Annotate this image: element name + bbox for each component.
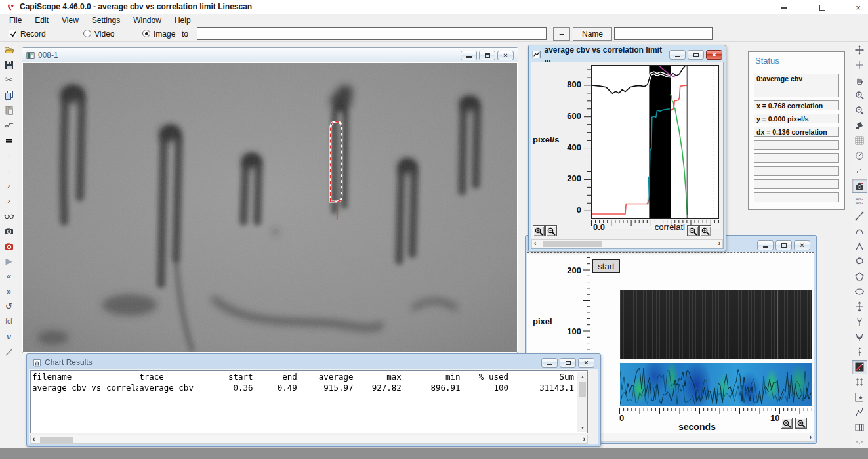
capillary-fork-icon[interactable] <box>852 315 867 329</box>
cut-icon[interactable]: ✂ <box>1 73 17 87</box>
zoom-in-icon[interactable] <box>852 88 867 102</box>
zoom-out-icon[interactable] <box>852 103 867 118</box>
move-icon[interactable] <box>852 43 867 57</box>
linescan-zoom-out-button[interactable] <box>781 418 793 429</box>
results-minimize-button[interactable] <box>541 358 558 368</box>
points-icon[interactable] <box>852 164 867 178</box>
image-radio[interactable] <box>142 30 150 37</box>
app-restore-button[interactable] <box>812 3 832 12</box>
thick-lines-icon[interactable] <box>1 133 17 148</box>
chart-maximize-button[interactable] <box>688 50 704 60</box>
pan-hand-icon[interactable] <box>852 73 867 87</box>
scroll-right-arrow[interactable]: › <box>583 435 585 443</box>
ellipse-tool-icon[interactable] <box>852 284 867 299</box>
save-icon[interactable] <box>1 58 17 72</box>
linescan-zoom-in-button[interactable] <box>795 418 807 429</box>
arc-tool-icon[interactable] <box>852 224 867 238</box>
image-minimize-button[interactable] <box>461 51 477 60</box>
results-h-scrollbar[interactable]: ‹ › <box>30 435 588 444</box>
ink-dropper-icon[interactable] <box>852 118 867 133</box>
dot-marker2-icon[interactable]: · <box>1 164 17 178</box>
fast-forward-icon[interactable]: » <box>1 284 17 299</box>
results-v-scrollbar[interactable]: ▲ ▼ <box>577 372 587 432</box>
paste-icon[interactable] <box>1 103 17 118</box>
timer-icon[interactable] <box>852 148 867 163</box>
play-icon[interactable]: ▶ <box>1 254 17 269</box>
menu-item-view[interactable]: View <box>55 16 85 25</box>
linescan-maximize-button[interactable] <box>775 240 792 250</box>
capillary-bush-icon[interactable] <box>852 330 867 344</box>
open-file-icon[interactable] <box>1 43 17 57</box>
velocity-draw-icon[interactable] <box>852 360 867 374</box>
line-draw-icon[interactable] <box>1 345 17 359</box>
capillary-image[interactable] <box>23 63 517 352</box>
menu-item-edit[interactable]: Edit <box>28 16 55 25</box>
video-radio[interactable] <box>83 30 91 37</box>
image-window-titlebar[interactable]: 008-1 × <box>22 48 518 62</box>
linescan-image[interactable] <box>620 290 812 359</box>
chart-marker-icon[interactable] <box>852 390 867 404</box>
menu-item-settings[interactable]: Settings <box>85 16 127 25</box>
chart-minimize-button[interactable] <box>669 50 686 60</box>
loop-icon[interactable]: ↺ <box>1 299 17 314</box>
collapse-button[interactable]: – <box>553 27 570 41</box>
chart-y-zoom-out-button[interactable] <box>545 225 557 236</box>
crosshair-icon[interactable] <box>852 58 867 72</box>
menu-item-window[interactable]: Window <box>127 16 168 25</box>
scroll-thumb[interactable] <box>579 382 586 397</box>
grid-icon[interactable] <box>852 133 867 148</box>
results-close-button[interactable]: × <box>578 358 594 368</box>
chart-x-zoom-in-button[interactable] <box>699 225 711 236</box>
chart-selection-band[interactable] <box>649 66 671 218</box>
scroll-up-arrow[interactable]: ▲ <box>577 372 588 381</box>
results-row[interactable]: average cbv vs correlaaverage cbv0.360.4… <box>31 382 575 393</box>
results-maximize-button[interactable] <box>560 358 576 368</box>
chart-window-titlebar[interactable]: average cbv vs correlation limit ... × <box>531 47 724 62</box>
calipers-icon[interactable] <box>852 375 867 389</box>
scroll-right-arrow[interactable]: › <box>810 433 812 441</box>
record-checkbox[interactable] <box>9 30 16 37</box>
binoculars-icon[interactable] <box>1 209 17 223</box>
chart-x-zoom-out-button[interactable] <box>687 225 699 236</box>
polygon-tool-icon[interactable] <box>852 269 867 284</box>
results-window-titlebar[interactable]: Chart Results × <box>29 356 598 369</box>
record-camera-icon[interactable] <box>1 239 17 253</box>
capture-file-input[interactable] <box>197 27 547 40</box>
results-list[interactable]: filenametracestartendaveragemaxmin% used… <box>30 370 588 433</box>
step-forward2-icon[interactable]: › <box>1 194 17 208</box>
fcf-tool-icon[interactable]: fcf <box>1 315 17 329</box>
scroll-down-arrow[interactable]: ▼ <box>577 423 588 432</box>
nu-tool-icon[interactable]: ν <box>1 330 17 344</box>
auto-capture-icon[interactable] <box>852 179 867 193</box>
lasso-tool-icon[interactable] <box>852 254 867 269</box>
scroll-left-arrow[interactable]: ‹ <box>33 435 35 443</box>
image-close-button[interactable]: × <box>497 51 514 60</box>
app-minimize-button[interactable] <box>774 3 794 12</box>
camera-icon[interactable] <box>1 224 17 238</box>
chart-plot-area[interactable] <box>591 65 719 219</box>
app-close-button[interactable]: × <box>848 3 868 12</box>
linescan-close-button[interactable]: × <box>794 240 810 250</box>
measure-line-icon[interactable] <box>852 209 867 223</box>
chart-y-zoom-in-button[interactable] <box>533 225 545 236</box>
capillary-loop-icon[interactable] <box>852 345 867 359</box>
linescan-minimize-button[interactable] <box>757 240 774 250</box>
resample-icon[interactable] <box>1 118 17 133</box>
menu-item-help[interactable]: Help <box>168 16 197 25</box>
scroll-thumb[interactable] <box>543 241 602 247</box>
scroll-thumb[interactable] <box>40 437 73 443</box>
chart-h-scrollbar[interactable]: ‹ › <box>531 239 723 248</box>
menu-item-file[interactable]: File <box>3 16 28 25</box>
scroll-right-arrow[interactable]: › <box>718 240 720 248</box>
rewind-icon[interactable]: « <box>1 269 17 284</box>
name-input[interactable] <box>614 27 713 40</box>
vertical-move-icon[interactable] <box>852 299 867 314</box>
scroll-left-arrow[interactable]: ‹ <box>534 240 536 248</box>
film-strip-icon[interactable] <box>852 420 867 435</box>
step-forward-icon[interactable]: › <box>1 179 17 193</box>
link-points-icon[interactable] <box>852 405 867 420</box>
velocity-heatmap[interactable] <box>620 363 812 406</box>
copy-icon[interactable] <box>1 88 17 102</box>
image-maximize-button[interactable] <box>479 51 495 60</box>
dot-marker-icon[interactable]: · <box>1 148 17 163</box>
